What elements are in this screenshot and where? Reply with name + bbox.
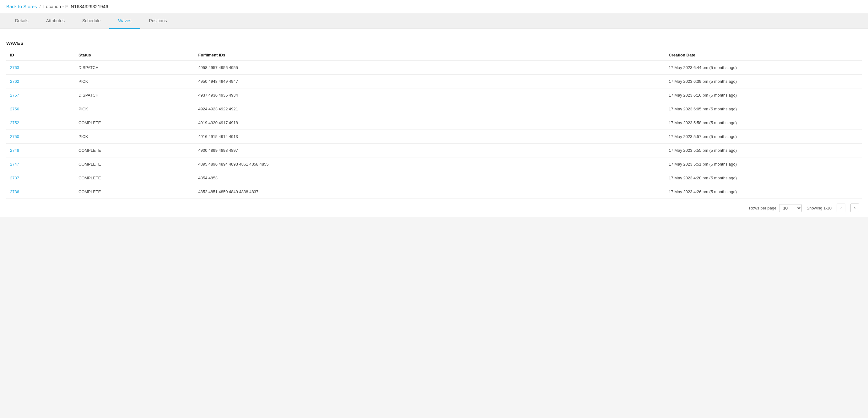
creation-date-cell: 17 May 2023 6:44 pm (5 months ago) (665, 61, 862, 75)
table-row: 2752 COMPLETE 4919 4920 4917 4918 17 May… (6, 116, 862, 130)
content: WAVES ID Status Fulfilment IDs Creation … (0, 29, 868, 217)
fulfillment-cell: 4854 4853 (195, 171, 665, 185)
creation-date-cell: 17 May 2023 4:26 pm (5 months ago) (665, 185, 862, 199)
waves-table: ID Status Fulfilment IDs Creation Date 2… (6, 49, 862, 199)
wave-id-link[interactable]: 2757 (10, 93, 19, 98)
fulfillment-cell: 4958 4957 4956 4955 (195, 61, 665, 75)
fulfillment-cell: 4950 4948 4949 4947 (195, 75, 665, 89)
breadcrumb-current: Location - F_N1684329321946 (43, 4, 108, 9)
table-row: 2762 PICK 4950 4948 4949 4947 17 May 202… (6, 75, 862, 89)
creation-date-cell: 17 May 2023 6:39 pm (5 months ago) (665, 75, 862, 89)
wave-id-link[interactable]: 2737 (10, 176, 19, 180)
creation-date-cell: 17 May 2023 5:57 pm (5 months ago) (665, 130, 862, 144)
header-bar: Back to Stores / Location - F_N168432932… (0, 0, 868, 13)
wave-id-link[interactable]: 2763 (10, 65, 19, 70)
tab-positions[interactable]: Positions (140, 13, 176, 29)
prev-page-button[interactable]: ‹ (837, 204, 845, 212)
fulfillment-cell: 4919 4920 4917 4918 (195, 116, 665, 130)
table-row: 2750 PICK 4916 4915 4914 4913 17 May 202… (6, 130, 862, 144)
wave-id-link[interactable]: 2748 (10, 148, 19, 153)
creation-date-cell: 17 May 2023 6:05 pm (5 months ago) (665, 102, 862, 116)
status-cell: COMPLETE (75, 171, 195, 185)
col-header-creation: Creation Date (665, 49, 862, 61)
fulfillment-cell: 4937 4936 4935 4934 (195, 89, 665, 102)
status-cell: PICK (75, 130, 195, 144)
status-cell: PICK (75, 102, 195, 116)
creation-date-cell: 17 May 2023 5:55 pm (5 months ago) (665, 144, 862, 158)
status-cell: COMPLETE (75, 158, 195, 171)
pagination-bar: Rows per page 102550100 Showing 1-10 ‹ › (6, 199, 862, 217)
tabs-bar: Details Attributes Schedule Waves Positi… (0, 13, 868, 29)
col-header-fulfillment: Fulfilment IDs (195, 49, 665, 61)
status-cell: DISPATCH (75, 89, 195, 102)
table-row: 2756 PICK 4924 4923 4922 4921 17 May 202… (6, 102, 862, 116)
col-header-id: ID (6, 49, 75, 61)
creation-date-cell: 17 May 2023 4:28 pm (5 months ago) (665, 171, 862, 185)
creation-date-cell: 17 May 2023 5:51 pm (5 months ago) (665, 158, 862, 171)
fulfillment-cell: 4852 4851 4850 4849 4838 4837 (195, 185, 665, 199)
wave-id-link[interactable]: 2752 (10, 120, 19, 125)
section-title: WAVES (6, 35, 862, 49)
tab-waves[interactable]: Waves (109, 13, 140, 29)
wave-id-link[interactable]: 2762 (10, 79, 19, 84)
showing-text: Showing 1-10 (807, 206, 832, 210)
table-row: 2757 DISPATCH 4937 4936 4935 4934 17 May… (6, 89, 862, 102)
rows-per-page-label: Rows per page (749, 206, 776, 210)
wave-id-link[interactable]: 2756 (10, 107, 19, 111)
table-row: 2737 COMPLETE 4854 4853 17 May 2023 4:28… (6, 171, 862, 185)
fulfillment-cell: 4916 4915 4914 4913 (195, 130, 665, 144)
table-row: 2747 COMPLETE 4895 4896 4894 4893 4861 4… (6, 158, 862, 171)
status-cell: PICK (75, 75, 195, 89)
status-cell: COMPLETE (75, 185, 195, 199)
table-row: 2736 COMPLETE 4852 4851 4850 4849 4838 4… (6, 185, 862, 199)
tab-schedule[interactable]: Schedule (73, 13, 109, 29)
rows-per-page: Rows per page 102550100 (749, 204, 801, 212)
next-page-button[interactable]: › (850, 204, 859, 212)
fulfillment-cell: 4900 4899 4898 4897 (195, 144, 665, 158)
wave-id-link[interactable]: 2736 (10, 189, 19, 194)
status-cell: COMPLETE (75, 116, 195, 130)
back-link[interactable]: Back to Stores (6, 4, 37, 9)
table-row: 2763 DISPATCH 4958 4957 4956 4955 17 May… (6, 61, 862, 75)
tab-attributes[interactable]: Attributes (37, 13, 73, 29)
status-cell: DISPATCH (75, 61, 195, 75)
creation-date-cell: 17 May 2023 6:16 pm (5 months ago) (665, 89, 862, 102)
col-header-status: Status (75, 49, 195, 61)
table-row: 2748 COMPLETE 4900 4899 4898 4897 17 May… (6, 144, 862, 158)
creation-date-cell: 17 May 2023 5:58 pm (5 months ago) (665, 116, 862, 130)
rows-per-page-select[interactable]: 102550100 (779, 204, 802, 212)
status-cell: COMPLETE (75, 144, 195, 158)
fulfillment-cell: 4924 4923 4922 4921 (195, 102, 665, 116)
tab-details[interactable]: Details (6, 13, 37, 29)
wave-id-link[interactable]: 2750 (10, 134, 19, 139)
fulfillment-cell: 4895 4896 4894 4893 4861 4858 4855 (195, 158, 665, 171)
breadcrumb-separator: / (39, 4, 41, 9)
wave-id-link[interactable]: 2747 (10, 162, 19, 167)
